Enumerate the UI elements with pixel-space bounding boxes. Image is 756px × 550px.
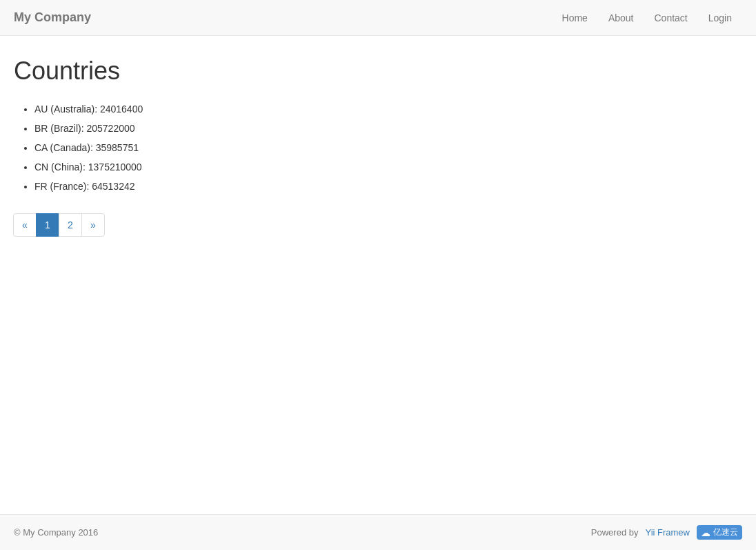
footer-right: Powered by Yii Framew ☁ 亿速云 [591,525,742,540]
copyright-text: © My Company 2016 [14,527,98,538]
pagination-prev: « [14,213,37,237]
pagination-prev-link[interactable]: « [13,213,37,237]
list-item: BR (Brazil): 205722000 [34,119,742,138]
list-item: CA (Canada): 35985751 [34,138,742,157]
list-item: AU (Australia): 24016400 [34,99,742,119]
yii-badge-text: 亿速云 [713,527,738,538]
list-item: CN (China): 1375210000 [34,157,742,177]
navbar: My Company Home About Contact Login [0,0,756,36]
pagination-page-link[interactable]: 2 [59,213,82,237]
pagination: «12» [14,213,742,237]
list-item: FR (France): 64513242 [34,177,742,196]
nav-link-contact[interactable]: Contact [644,2,697,34]
country-list: AU (Australia): 24016400BR (Brazil): 205… [14,99,742,196]
navbar-brand[interactable]: My Company [14,10,91,25]
nav-item-contact: Contact [644,2,697,34]
yii-framework-link[interactable]: Yii Framew [645,527,690,538]
nav-link-login[interactable]: Login [698,2,742,34]
footer: © My Company 2016 Powered by Yii Framew … [0,514,756,550]
nav-item-login: Login [698,2,742,34]
yii-badge: ☁ 亿速云 [697,525,742,540]
page-title: Countries [14,57,742,86]
pagination-next-link[interactable]: » [81,213,105,237]
main-content: Countries AU (Australia): 24016400BR (Br… [0,36,756,514]
nav-link-home[interactable]: Home [552,2,598,34]
pagination-next: » [82,213,105,237]
cloud-icon: ☁ [701,527,710,538]
nav-item-about: About [598,2,644,34]
powered-by-text: Powered by [591,527,639,538]
nav-link-about[interactable]: About [598,2,644,34]
pagination-page-2: 2 [59,213,82,237]
pagination-active-page: 1 [36,213,59,237]
navbar-nav: Home About Contact Login [552,2,742,34]
pagination-page-1: 1 [37,213,59,237]
nav-item-home: Home [552,2,598,34]
